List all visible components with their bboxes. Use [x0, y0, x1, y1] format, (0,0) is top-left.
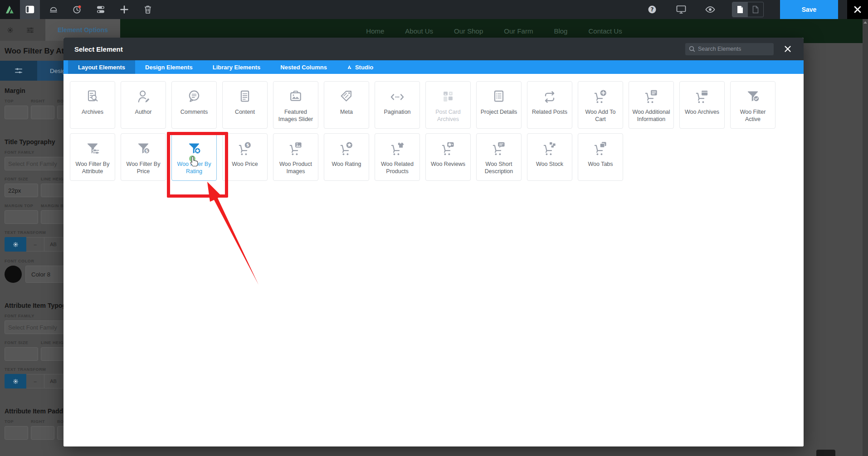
text-transform-option-ab[interactable]: AB	[44, 237, 63, 252]
element-card-woo-tabs[interactable]: Woo Tabs	[578, 133, 623, 181]
element-label: Woo Rating	[330, 160, 363, 168]
element-card-woo-filter-by-rating[interactable]: Woo Filter By Rating	[171, 133, 217, 181]
element-label: Woo Additional Information	[629, 108, 673, 123]
element-card-woo-filter-by-price[interactable]: $Woo Filter By Price	[121, 133, 166, 181]
text-transform-option-–[interactable]: –	[26, 374, 44, 388]
cart-dollar-icon: $	[236, 141, 254, 158]
outline-page-view-icon[interactable]	[748, 2, 763, 17]
element-label: Related Posts	[530, 108, 569, 116]
element-label: Woo Add To Cart	[578, 108, 623, 123]
cart-review-icon	[439, 141, 457, 158]
element-card-woo-additional-information[interactable]: Woo Additional Information	[629, 81, 674, 129]
add-element-icon[interactable]	[114, 0, 134, 19]
svg-text:?: ?	[651, 6, 654, 13]
element-label: Author	[133, 108, 154, 116]
save-button[interactable]: Save	[780, 0, 838, 19]
filled-page-view-icon[interactable]	[732, 2, 748, 17]
cart-stock-icon	[541, 141, 558, 158]
element-label: Woo Product Images	[273, 160, 318, 175]
nav-item-our-farm[interactable]: Our Farm	[504, 27, 533, 35]
attr-padding-right-input[interactable]	[31, 426, 54, 440]
cart-shirt-icon	[389, 141, 406, 158]
element-grid: ArchivesAuthorCommentsContentFeatured Im…	[63, 74, 804, 446]
margin-top-typo-input[interactable]	[5, 210, 38, 224]
doc-list-icon	[490, 88, 507, 106]
tab-design-elements[interactable]: Design Elements	[135, 60, 203, 74]
element-card-woo-add-to-cart[interactable]: Woo Add To Cart	[578, 81, 623, 129]
element-card-woo-archives[interactable]: Woo Archives	[679, 81, 725, 129]
cart-plus-icon	[592, 88, 609, 106]
element-card-woo-rating[interactable]: Woo Rating	[324, 133, 369, 181]
library-icon[interactable]	[44, 0, 63, 19]
tab-library-elements[interactable]: Library Elements	[203, 60, 271, 74]
element-card-woo-related-products[interactable]: Woo Related Products	[375, 133, 420, 181]
nav-item-contact-us[interactable]: Contact Us	[588, 27, 622, 35]
element-card-author[interactable]: Author	[121, 81, 166, 129]
element-card-woo-price[interactable]: $Woo Price	[222, 133, 268, 181]
cart-star-icon	[338, 141, 355, 158]
toggle-sidebar-button[interactable]	[20, 0, 40, 19]
element-card-comments[interactable]: Comments	[171, 81, 217, 129]
general-tab-sliders-icon[interactable]	[0, 61, 37, 81]
responsive-preview-icon[interactable]	[671, 0, 691, 19]
text-transform-option-ab[interactable]: AB	[44, 374, 63, 388]
margin-top-input[interactable]	[5, 106, 28, 119]
trash-icon[interactable]	[138, 0, 158, 19]
scrollbar-up-arrow[interactable]	[863, 21, 867, 24]
attr-padding-top-input[interactable]	[5, 426, 28, 440]
element-label: Content	[233, 108, 257, 116]
attr-font-size-input[interactable]	[5, 347, 38, 361]
preferences-icon[interactable]	[91, 0, 111, 19]
element-card-archives[interactable]: Archives	[70, 81, 115, 129]
element-card-featured-images-slider[interactable]: Featured Images Slider	[273, 81, 318, 129]
close-builder-icon[interactable]	[847, 0, 868, 19]
sliders-icon[interactable]	[20, 27, 40, 34]
font-color-swatch[interactable]	[5, 266, 22, 283]
avada-logo-icon[interactable]	[0, 0, 20, 19]
tab-layout-elements[interactable]: Layout Elements	[68, 60, 135, 74]
element-label: Pagination	[382, 108, 412, 116]
element-card-woo-filter-active[interactable]: Woo Filter Active	[730, 81, 775, 129]
select-element-modal: Select Element Layout ElementsDesign Ele…	[63, 38, 804, 446]
element-card-woo-short-description[interactable]: Woo Short Description	[476, 133, 522, 181]
nav-item-our-shop[interactable]: Our Shop	[454, 27, 483, 35]
element-label: Post Card Archives	[426, 108, 470, 123]
text-transform-option-–[interactable]: –	[26, 237, 44, 252]
text-transform-default-button[interactable]	[5, 237, 26, 252]
font-size-input[interactable]	[5, 184, 38, 197]
element-card-pagination[interactable]: Pagination	[375, 81, 420, 129]
element-card-woo-product-images[interactable]: Woo Product Images	[273, 133, 318, 181]
element-card-related-posts[interactable]: Related Posts	[527, 81, 572, 129]
gear-icon[interactable]	[0, 26, 20, 34]
svg-text:$: $	[145, 148, 148, 153]
element-label: Woo Stock	[534, 160, 565, 168]
nav-item-blog[interactable]: Blog	[554, 27, 567, 35]
attr-font-size-label: FONT SIZE	[5, 340, 38, 345]
element-label: Woo Short Description	[477, 160, 521, 175]
margin-right-input[interactable]	[31, 106, 54, 119]
attr-text-transform-default-button[interactable]	[5, 374, 26, 388]
attr-padding-right-label: RIGHT	[31, 419, 54, 424]
cart-box-icon	[693, 88, 711, 106]
tab-studio[interactable]: Studio	[337, 60, 383, 74]
tab-nested-columns[interactable]: Nested Columns	[270, 60, 337, 74]
doc-lines-icon	[236, 88, 254, 106]
history-icon[interactable]	[67, 0, 87, 19]
element-card-woo-reviews[interactable]: Woo Reviews	[425, 133, 471, 181]
search-input[interactable]	[685, 43, 774, 55]
cart-image-icon	[287, 141, 304, 158]
preview-eye-icon[interactable]	[700, 0, 720, 19]
modal-title: Select Element	[74, 45, 685, 53]
element-card-meta[interactable]: Meta	[324, 81, 369, 129]
element-card-project-details[interactable]: Project Details	[476, 81, 522, 129]
person-edit-icon	[135, 88, 152, 106]
element-card-woo-stock[interactable]: Woo Stock	[527, 133, 572, 181]
nav-item-home[interactable]: Home	[366, 27, 384, 35]
element-card-content[interactable]: Content	[222, 81, 268, 129]
page-scrollbar[interactable]	[863, 19, 868, 456]
element-card-woo-filter-by-attribute[interactable]: Woo Filter By Attribute	[70, 133, 115, 181]
page-bottom-element	[816, 450, 835, 456]
nav-item-about-us[interactable]: About Us	[405, 27, 433, 35]
help-icon[interactable]: ?	[642, 0, 662, 19]
modal-close-icon[interactable]	[785, 46, 791, 52]
